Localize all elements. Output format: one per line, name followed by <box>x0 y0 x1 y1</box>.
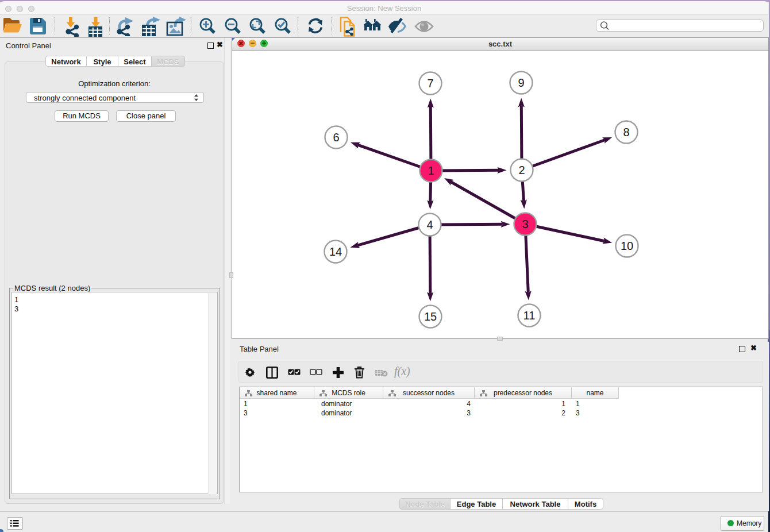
svg-text:2: 2 <box>518 164 525 176</box>
svg-text:15: 15 <box>424 310 437 323</box>
svg-text:3: 3 <box>522 218 528 230</box>
svg-text:10: 10 <box>621 240 633 252</box>
svg-text:9: 9 <box>518 76 524 89</box>
svg-text:14: 14 <box>329 245 342 258</box>
svg-text:4: 4 <box>426 218 433 231</box>
svg-text:11: 11 <box>523 309 536 322</box>
svg-text:8: 8 <box>623 126 629 138</box>
svg-text:7: 7 <box>427 77 433 90</box>
svg-text:6: 6 <box>333 131 339 144</box>
svg-text:1: 1 <box>428 164 434 177</box>
